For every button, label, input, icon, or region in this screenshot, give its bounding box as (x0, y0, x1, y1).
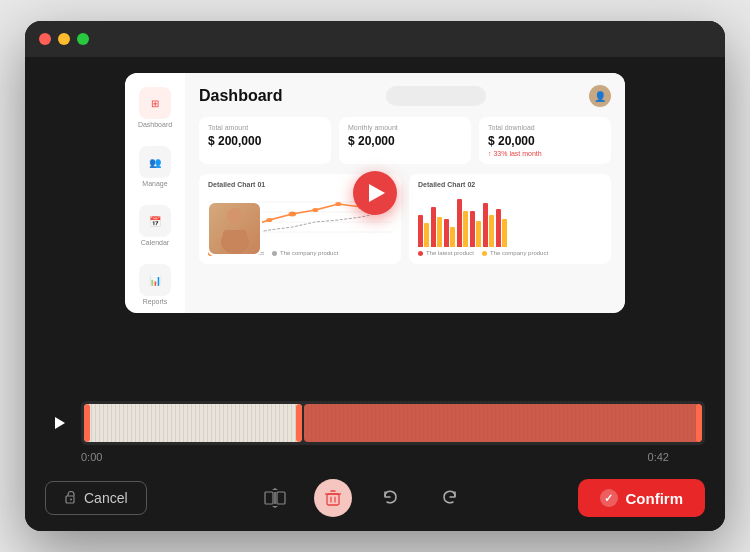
confirm-button[interactable]: ✓ Confirm (578, 479, 706, 517)
stat-total-download: Total download $ 20,000 ↑ 33% last month (479, 117, 611, 164)
timeline-play-button[interactable] (45, 409, 73, 437)
segment-red[interactable] (304, 404, 702, 442)
svg-rect-17 (265, 492, 273, 504)
chart-2: Detailed Chart 02 (409, 174, 611, 264)
sidebar-label-reports: Reports (143, 298, 168, 305)
dash-main: Dashboard 👤 Total amount $ 200,000 Month… (185, 73, 625, 313)
resize-handle-right-red[interactable] (696, 404, 702, 442)
stat-value-0: $ 200,000 (208, 134, 322, 148)
chart2-title: Detailed Chart 02 (418, 181, 602, 188)
reports-icon: 📊 (139, 264, 171, 296)
dash-header: Dashboard 👤 (199, 85, 611, 107)
time-start: 0:00 (81, 451, 102, 463)
close-dot[interactable] (39, 33, 51, 45)
redo-button[interactable] (430, 479, 468, 517)
legend-item-1b: The company product (272, 250, 338, 256)
dashboard-title: Dashboard (199, 87, 283, 105)
titlebar (25, 21, 725, 57)
bar-group-6 (483, 203, 494, 247)
undo-button[interactable] (372, 479, 410, 517)
legend-item-2a: The latest product (418, 250, 474, 256)
undo-icon (381, 488, 401, 508)
segment-red-lines (304, 404, 702, 442)
dashboard-card: ⊞ Dashboard 👥 Manage 📅 Calendar 📊 Report… (125, 73, 625, 313)
stat-value-1: $ 20,000 (348, 134, 462, 148)
svg-point-7 (289, 212, 297, 217)
tools-center (256, 479, 468, 517)
sidebar-item-calendar[interactable]: 📅 Calendar (139, 205, 171, 246)
timeline-track (45, 401, 705, 445)
stat-label-0: Total amount (208, 124, 322, 131)
bar-group-7 (496, 209, 507, 247)
sidebar-label-calendar: Calendar (141, 239, 169, 246)
bar-group-5 (470, 211, 481, 247)
minimize-dot[interactable] (58, 33, 70, 45)
app-window: ⊞ Dashboard 👥 Manage 📅 Calendar 📊 Report… (25, 21, 725, 531)
confirm-check-icon: ✓ (600, 489, 618, 507)
redo-icon (439, 488, 459, 508)
play-button[interactable] (353, 171, 397, 215)
person-photo (207, 201, 262, 256)
resize-handle-right-white[interactable] (296, 404, 302, 442)
play-triangle-icon (369, 184, 385, 202)
timeline-bar (81, 401, 705, 445)
svg-rect-14 (223, 230, 247, 250)
bar-group-2 (431, 207, 442, 247)
segment-white-lines (84, 404, 302, 442)
svg-marker-21 (272, 506, 278, 508)
timeline-area: 0:00 0:42 (25, 401, 725, 471)
resize-handle-left[interactable] (84, 404, 90, 442)
split-icon (264, 488, 286, 508)
charts-row: Detailed Chart 01 (199, 174, 611, 264)
bar-chart-area (418, 192, 602, 247)
delete-button[interactable] (314, 479, 352, 517)
time-labels: 0:00 0:42 (45, 451, 705, 463)
svg-rect-18 (277, 492, 285, 504)
stats-row: Total amount $ 200,000 Monthly amount $ … (199, 117, 611, 164)
trash-icon (324, 489, 342, 507)
stat-label-1: Monthly amount (348, 124, 462, 131)
cancel-button[interactable]: Cancel (45, 481, 147, 515)
cancel-icon (64, 491, 78, 505)
user-avatar: 👤 (589, 85, 611, 107)
stat-label-2: Total download (488, 124, 602, 131)
stat-total-amount: Total amount $ 200,000 (199, 117, 331, 164)
timeline-play-icon (55, 417, 65, 429)
dashboard-icon: ⊞ (139, 87, 171, 119)
bar-group-3 (444, 219, 455, 247)
content-area: ⊞ Dashboard 👥 Manage 📅 Calendar 📊 Report… (25, 57, 725, 531)
split-tool-button[interactable] (256, 479, 294, 517)
sidebar-item-manage[interactable]: 👥 Manage (139, 146, 171, 187)
sidebar-label-manage: Manage (142, 180, 167, 187)
chart2-legend: The latest product The company product (418, 250, 602, 256)
bottom-bar: Cancel (25, 471, 725, 531)
manage-icon: 👥 (139, 146, 171, 178)
sidebar-mini: ⊞ Dashboard 👥 Manage 📅 Calendar 📊 Report… (125, 73, 185, 313)
dashboard-preview: ⊞ Dashboard 👥 Manage 📅 Calendar 📊 Report… (25, 57, 725, 401)
svg-point-8 (312, 208, 318, 212)
sidebar-item-reports[interactable]: 📊 Reports (139, 264, 171, 305)
stat-sub-2: ↑ 33% last month (488, 150, 602, 157)
person-silhouette-icon (209, 203, 260, 254)
time-end: 0:42 (648, 451, 669, 463)
maximize-dot[interactable] (77, 33, 89, 45)
bar-group-1 (418, 215, 429, 247)
search-bar[interactable] (386, 86, 486, 106)
svg-point-16 (70, 499, 72, 501)
sidebar-label-dashboard: Dashboard (138, 121, 172, 128)
sidebar-item-dashboard[interactable]: ⊞ Dashboard (138, 87, 172, 128)
stat-value-2: $ 20,000 (488, 134, 602, 148)
svg-rect-22 (327, 494, 339, 505)
calendar-icon: 📅 (139, 205, 171, 237)
segment-white[interactable] (84, 404, 302, 442)
svg-point-6 (266, 218, 272, 222)
svg-marker-20 (272, 488, 278, 490)
legend-item-2b: The company product (482, 250, 548, 256)
stat-monthly-amount: Monthly amount $ 20,000 (339, 117, 471, 164)
svg-point-9 (335, 202, 341, 206)
svg-point-12 (227, 208, 243, 224)
bar-group-4 (457, 199, 468, 247)
